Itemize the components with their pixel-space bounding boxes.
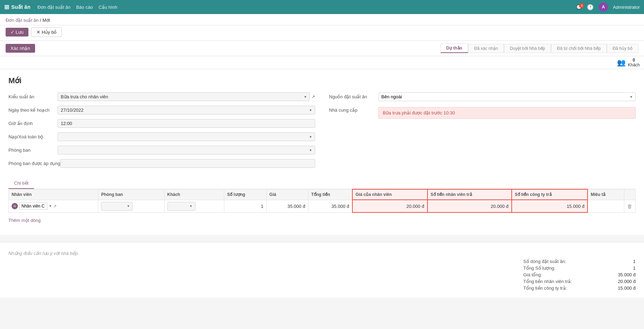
ngay-ke-hoach-label: Ngày theo kế hoạch [8,106,58,113]
step-duyet-nha-bep[interactable]: Duyệt bởi Nhà bếp [504,44,551,53]
notes-placeholder[interactable]: Những điều cần lưu ý với nhà bếp. [8,251,79,256]
cell-delete: 🗑 [624,200,636,212]
summary-value-3: 20.000 đ [618,279,636,284]
cell-tong-tien: 35.000 đ [308,200,352,212]
phong-ban-ap-dung-input[interactable] [60,159,315,168]
guest-count: 0 Khách [628,58,640,67]
nha-cung-cap-label: Nhà cung cấp [329,106,378,113]
th-nhan-vien: Nhân viên [9,189,98,200]
summary-row-4: Tổng tiền công ty trả: 15.000 đ [523,285,636,291]
tabs-bar: Chi tiết [8,178,636,189]
summary-value-2: 35.000 đ [618,272,636,277]
breadcrumb-separator: / [40,18,42,23]
summary-label-0: Số dòng đặt suất ăn: [523,259,566,264]
th-tong-tien: Tổng tiền [308,189,352,200]
cell-gia: 35.000 đ [266,200,308,212]
summary-row-1: Tổng Số lượng: 1 [523,265,636,271]
cell-so-luong: 1 [224,200,266,212]
nguon-dat-label: Nguồn đặt suất ăn [329,92,378,99]
status-bar: Xác nhận Dự thảo Đã xác nhận Duyệt bởi N… [0,41,644,56]
summary-table: Số dòng đặt suất ăn: 1 Tổng Số lượng: 1 … [523,259,636,292]
app-brand[interactable]: ⊞ Suất ăn [4,4,31,11]
add-row-container: Thêm một dòng [8,213,636,228]
form-section: Kiểu suất ăn ↗ Ngày theo kế hoạch Giờ ấn [8,92,636,172]
order-table: Nhân viên Phòng ban Khách Số lượng Giá T… [8,189,636,213]
tab-chi-tiet[interactable]: Chi tiết [8,178,34,189]
avatar: A [599,2,608,12]
gio-an-dinh-input[interactable] [58,119,315,128]
action-bar: ✓ Lưu ✕ Hủy bỏ [0,25,644,41]
form-title: Mới [8,76,636,85]
cancel-button[interactable]: ✕ Hủy bỏ [31,27,62,37]
summary-label-4: Tổng tiền công ty trả: [523,285,567,291]
guest-label: Khách [628,62,640,67]
summary-value-0: 1 [633,259,636,264]
th-gia: Giá [266,189,308,200]
summary-row-3: Tổng tiền nhân viên trả: 20.000 đ [523,279,636,284]
row-gio-an-dinh: Giờ ấn định [8,119,315,129]
row-nguon-dat: Nguồn đặt suất ăn Bên ngoài [329,92,636,102]
main-content: Mới Kiểu suất ăn ↗ Ngày theo kế hoạch [0,69,644,235]
step-da-xac-nhan[interactable]: Đã xác nhận [468,44,504,53]
gio-an-dinh-label: Giờ ấn định [8,119,58,126]
brand-label: Suất ăn [11,4,31,10]
row-kieu-suat-an: Kiểu suất ăn ↗ [8,92,315,102]
guest-icon: 👥 [617,58,626,67]
kieu-suat-an-label: Kiểu suất ăn [8,92,58,99]
summary-label-1: Tổng Số lượng: [523,265,555,271]
breadcrumb: Đơn đặt suất ăn / Mới [6,18,638,23]
th-mieu-ta: Miêu tả [587,189,624,200]
cell-gia-nv: 20.000 đ [352,200,427,212]
dropdown-icon: ▼ [49,204,52,208]
confirm-button[interactable]: Xác nhận [6,44,35,53]
ngay-ke-hoach-input[interactable] [58,106,315,114]
topnav-right: 💬 3 🕐 A Administrator [576,2,640,12]
breadcrumb-bar: Đơn đặt suất ăn / Mới [0,14,644,25]
row-nha-cung-cap: Nhà cung cấp Bữa trưa phải được đặt trướ… [329,106,636,119]
cell-tien-nv-tra: 20.000 đ [427,200,512,212]
summary-row-2: Giá tổng: 35.000 đ [523,272,636,277]
menu-cau-hinh[interactable]: Cấu hình [99,5,118,10]
phong-ban-row-input[interactable] [101,202,133,211]
notif-badge: 3 [579,3,584,8]
notification-bell[interactable]: 💬 3 [576,5,582,10]
summary-value-4: 15.000 đ [618,285,636,291]
form-left: Kiểu suất ăn ↗ Ngày theo kế hoạch Giờ ấn [8,92,315,172]
th-gia-nhan-vien: Giá của nhân viên [352,189,427,200]
nguon-dat-select[interactable]: Bên ngoài [378,92,636,101]
row-phong-ban: Phòng ban [8,146,315,156]
form-right: Nguồn đặt suất ăn Bên ngoài Nhà cung cấp… [329,92,636,172]
add-row-link[interactable]: Thêm một dòng [8,216,41,225]
phong-ban-input[interactable] [58,146,315,154]
step-tu-choi-nha-bep[interactable]: Đã từ chối bởi Nhà bếp [551,44,606,53]
nap-xoa-input[interactable] [58,132,315,141]
phong-ban-ap-dung-label: Phòng ban được áp dụng [8,159,60,167]
step-du-thao[interactable]: Dự thảo [440,44,469,53]
save-button[interactable]: ✓ Lưu [6,28,28,37]
employee-input[interactable] [19,203,47,210]
cell-nhan-vien: N ▼ ↗ [9,200,98,212]
th-so-tien-nv-tra: Số tiền nhân viên trả [427,189,512,200]
th-so-tien-cty-tra: Số tiền công ty trả [512,189,588,200]
row-phong-ban-ap-dung: Phòng ban được áp dụng [8,159,315,169]
delete-row-icon[interactable]: 🗑 [627,203,632,209]
step-da-huy-bo[interactable]: Đã hủy bỏ [607,44,638,53]
menu-bao-cao[interactable]: Báo cáo [76,5,93,10]
guest-number: 0 [628,58,640,62]
khach-row-input[interactable] [167,202,195,211]
breadcrumb-parent[interactable]: Đơn đặt suất ăn [6,18,39,23]
emp-avatar: N [12,203,18,209]
menu-don-dat[interactable]: Đơn đặt suất ăn [38,5,71,10]
topnav: ⊞ Suất ăn Đơn đặt suất ăn Báo cáo Cấu hì… [0,0,644,14]
employee-ext-link[interactable]: ↗ [53,204,57,209]
guest-area: 👥 0 Khách [0,56,644,69]
breadcrumb-current: Mới [42,18,50,23]
summary-label-2: Giá tổng: [523,272,542,277]
clock-icon: 🕐 [587,4,594,11]
kieu-suat-an-input[interactable] [58,92,310,101]
cell-phong-ban [98,200,164,212]
kieu-suat-an-value: ↗ [58,92,315,101]
cell-tien-cty-tra: 15.000 đ [512,200,588,212]
external-link-icon[interactable]: ↗ [311,94,315,99]
th-phong-ban: Phòng ban [98,189,164,200]
